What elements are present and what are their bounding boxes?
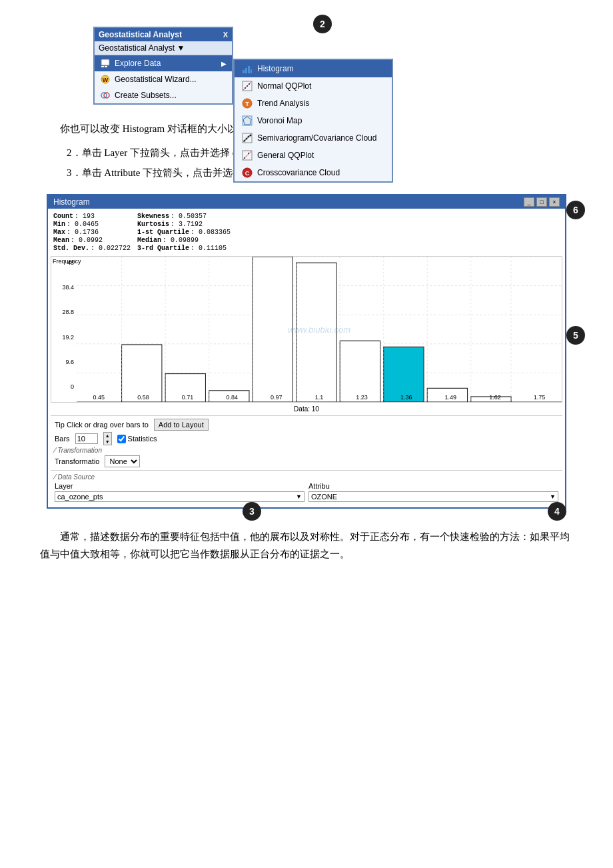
kurtosis-label: Kurtosis	[137, 221, 169, 228]
stats-col-2: Skewness : 0.50357 Kurtosis : 3.7192 1-s…	[137, 213, 231, 252]
x-0.84: 0.84	[226, 394, 238, 401]
menu-section: Geostatistical Analyst X Geostatistical …	[40, 27, 573, 105]
x-1.36: 1.36	[400, 394, 412, 401]
layer-header: Layer	[55, 482, 305, 490]
stat-min: Min : 0.0465	[53, 221, 131, 228]
bars-label: Bars	[55, 435, 70, 443]
q3-label: 3-rd Quartile	[137, 245, 189, 252]
median-val: : 0.09899	[163, 237, 199, 244]
skewness-label: Skewness	[137, 213, 169, 220]
badge-4: 4	[548, 502, 566, 521]
ga-menu-items: Explore Data ▶ W Geostatistical Wizard..…	[95, 55, 232, 103]
histogram-svg	[77, 257, 562, 402]
svg-rect-9	[248, 66, 250, 73]
svg-point-29	[248, 153, 249, 154]
submenu-trend[interactable]: T Trend Analysis	[235, 95, 392, 112]
mean-label: Mean	[53, 237, 69, 244]
voronoi-label: Voronoi Map	[257, 116, 302, 125]
ga-panel: Geostatistical Analyst X Geostatistical …	[93, 27, 233, 105]
ga-subtitle: Geostatistical Analyst ▼	[95, 41, 232, 55]
histogram-dialog: Histogram _ □ × Count : 193 Min : 0.0465	[47, 194, 566, 509]
layer-dropdown[interactable]: ca_ozone_pts ▼	[55, 491, 305, 502]
subsets-label: Create Subsets...	[115, 91, 177, 100]
histo-body: Count : 193 Min : 0.0465 Max : 0.1736 Me…	[48, 209, 565, 507]
stat-median: Median : 0.09899	[137, 237, 231, 244]
svg-rect-2	[105, 66, 107, 67]
badge-3: 3	[243, 502, 261, 521]
median-label: Median	[137, 237, 161, 244]
submenu-histogram[interactable]: Histogram	[235, 60, 392, 77]
submenu-voronoi[interactable]: Voronoi Map	[235, 112, 392, 129]
add-to-layout-btn[interactable]: Add to Layout	[154, 419, 209, 431]
svg-point-15	[249, 83, 250, 85]
svg-point-14	[247, 85, 248, 87]
crosscov-icon: C	[241, 167, 253, 179]
std-val: : 0.022722	[91, 245, 131, 252]
submenu-general-qq[interactable]: General QQPlot	[235, 147, 392, 164]
submenu-semivariogram[interactable]: Semivariogram/Covariance Cloud	[235, 129, 392, 147]
menu-item-explore[interactable]: Explore Data ▶	[95, 55, 232, 71]
general-qq-icon	[241, 149, 253, 161]
transformation-row: Transformatio None	[55, 455, 558, 467]
min-label: Min	[53, 221, 65, 228]
badge-6: 6	[566, 201, 585, 219]
ga-dropdown-label[interactable]: Geostatistical Analyst ▼	[99, 43, 185, 53]
std-label: Std. Dev.	[53, 245, 89, 252]
q1-val: : 0.083365	[191, 229, 231, 236]
layer-attribute-header: Layer Attribu	[55, 482, 558, 490]
bottom-text: 通常，描述数据分布的重要特征包括中值，他的展布以及对称性。对于正态分布，有一个快…	[40, 529, 573, 563]
stat-q3: 3-rd Quartile : 0.11105	[137, 245, 231, 252]
stat-count: Count : 193	[53, 213, 131, 220]
title-buttons: _ □ ×	[524, 197, 560, 207]
y-axis: Frequency 48 38.4 28.8 19.2 9.6 0	[51, 257, 77, 402]
svg-point-24	[248, 136, 250, 138]
attribute-arrow-icon: ▼	[550, 493, 556, 500]
max-val: : 0.1736	[67, 229, 99, 236]
histogram-wrapper: Histogram _ □ × Count : 193 Min : 0.0465	[40, 194, 573, 509]
spin-down-icon[interactable]: ▼	[104, 439, 111, 445]
stat-max: Max : 0.1736	[53, 229, 131, 236]
submenu-qqplot[interactable]: Normal QQPlot	[235, 77, 392, 95]
y-28: 28.8	[62, 309, 74, 315]
attribute-dropdown[interactable]: OZONE ▼	[308, 491, 558, 502]
svg-rect-1	[101, 66, 104, 67]
menu-item-wizard[interactable]: W Geostatistical Wizard...	[95, 71, 232, 87]
tip-row: Tip Click or drag over bars to Add to La…	[55, 419, 558, 431]
ga-title-label: Geostatistical Analyst	[99, 30, 182, 39]
svg-point-23	[246, 138, 248, 140]
layer-attribute-dropdowns: ca_ozone_pts ▼ OZONE ▼	[55, 491, 558, 502]
histogram-label: Histogram	[257, 64, 294, 73]
trend-icon: T	[241, 97, 253, 109]
menu-item-subsets[interactable]: Create Subsets...	[95, 87, 232, 103]
tip-text: Tip Click or drag over bars to	[55, 421, 149, 429]
semivariogram-label: Semivariogram/Covariance Cloud	[257, 133, 376, 143]
svg-rect-8	[245, 68, 247, 73]
maximize-btn[interactable]: □	[536, 197, 547, 207]
y-19: 19.2	[62, 334, 74, 341]
histo-stats: Count : 193 Min : 0.0465 Max : 0.1736 Me…	[51, 211, 562, 253]
transformation-select[interactable]: None	[105, 455, 140, 467]
stats-col-1: Count : 193 Min : 0.0465 Max : 0.1736 Me…	[53, 213, 131, 252]
close-icon[interactable]: X	[223, 31, 228, 39]
transformation-header: ∕ Transformation	[55, 447, 558, 454]
badge-2: 2	[313, 15, 332, 33]
stat-kurtosis: Kurtosis : 3.7192	[137, 221, 231, 228]
svg-rect-41	[253, 257, 293, 402]
bars-row: Bars ▲ ▼ Statistics	[55, 432, 558, 445]
submenu-crosscov[interactable]: C Crosscovariance Cloud	[235, 164, 392, 181]
bars-input[interactable]	[75, 433, 98, 444]
svg-text:C: C	[245, 170, 250, 177]
close-btn[interactable]: ×	[549, 197, 560, 207]
minimize-btn[interactable]: _	[524, 197, 534, 207]
general-qq-label: General QQPlot	[257, 151, 314, 160]
x-1.49: 1.49	[445, 394, 457, 401]
count-label: Count	[53, 213, 73, 220]
statistics-checkbox[interactable]	[117, 435, 126, 443]
submenu-arrow: ▶	[221, 60, 227, 67]
spin-up-icon[interactable]: ▲	[104, 433, 111, 439]
x-0.45: 0.45	[93, 394, 105, 401]
x-1.1: 1.1	[315, 394, 324, 401]
data-source-header: ∕ Data Source	[55, 473, 558, 481]
bars-spinner[interactable]: ▲ ▼	[103, 432, 112, 445]
x-1.23: 1.23	[356, 394, 368, 401]
